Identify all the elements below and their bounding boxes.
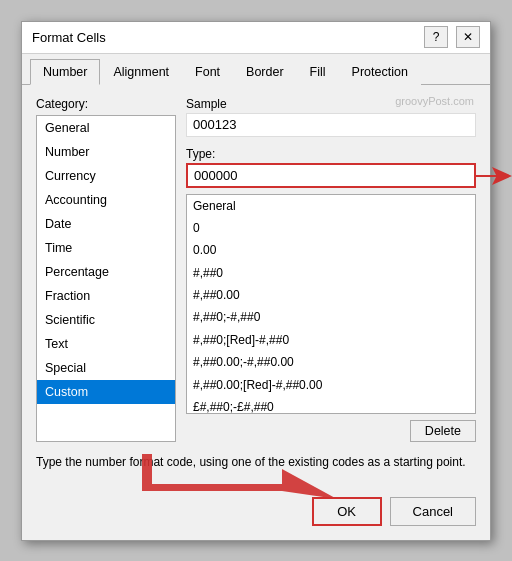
category-list[interactable]: GeneralNumberCurrencyAccountingDateTimeP… — [36, 115, 176, 442]
format-item[interactable]: #,##0 — [187, 262, 475, 284]
format-item[interactable]: #,##0.00;-#,##0.00 — [187, 351, 475, 373]
dialog-title: Format Cells — [32, 30, 106, 45]
category-item[interactable]: Accounting — [37, 188, 175, 212]
close-button[interactable]: ✕ — [456, 26, 480, 48]
tab-border[interactable]: Border — [233, 59, 297, 85]
format-item[interactable]: #,##0.00 — [187, 284, 475, 306]
tab-alignment[interactable]: Alignment — [100, 59, 182, 85]
type-input-wrapper — [186, 163, 476, 188]
tab-number[interactable]: Number — [30, 59, 100, 85]
title-bar-right: ? ✕ — [424, 26, 480, 48]
body-row: Category: GeneralNumberCurrencyAccountin… — [36, 97, 476, 442]
arrow-svg — [474, 165, 512, 187]
footer-buttons: OK Cancel — [312, 497, 476, 526]
category-item[interactable]: Text — [37, 332, 175, 356]
format-item[interactable]: #,##0;-#,##0 — [187, 306, 475, 328]
cancel-button[interactable]: Cancel — [390, 497, 476, 526]
ok-button[interactable]: OK — [312, 497, 382, 526]
dialog-content: Category: GeneralNumberCurrencyAccountin… — [22, 85, 490, 497]
format-item[interactable]: 0.00 — [187, 239, 475, 261]
arrow-indicator — [474, 165, 512, 187]
tab-bar: Number Alignment Font Border Fill Protec… — [22, 54, 490, 85]
type-input[interactable] — [186, 163, 476, 188]
svg-marker-1 — [142, 454, 337, 499]
category-item[interactable]: Fraction — [37, 284, 175, 308]
category-item[interactable]: Scientific — [37, 308, 175, 332]
svg-marker-0 — [474, 167, 512, 185]
format-item[interactable]: £#,##0;-£#,##0 — [187, 396, 475, 413]
format-item[interactable]: General — [187, 195, 475, 217]
delete-row: Delete — [186, 420, 476, 442]
tab-font[interactable]: Font — [182, 59, 233, 85]
left-panel: Category: GeneralNumberCurrencyAccountin… — [36, 97, 176, 442]
format-item[interactable]: 0 — [187, 217, 475, 239]
help-button[interactable]: ? — [424, 26, 448, 48]
tab-fill[interactable]: Fill — [297, 59, 339, 85]
category-item[interactable]: General — [37, 116, 175, 140]
category-item[interactable]: Number — [37, 140, 175, 164]
footer: OK Cancel — [22, 497, 490, 540]
category-item[interactable]: Percentage — [37, 260, 175, 284]
category-item[interactable]: Date — [37, 212, 175, 236]
format-cells-dialog: Format Cells ? ✕ Number Alignment Font B… — [21, 21, 491, 541]
tab-protection[interactable]: Protection — [339, 59, 421, 85]
category-label: Category: — [36, 97, 176, 111]
category-item[interactable]: Special — [37, 356, 175, 380]
format-list[interactable]: General00.00#,##0#,##0.00#,##0;-#,##0#,#… — [186, 194, 476, 414]
title-bar: Format Cells ? ✕ — [22, 22, 490, 54]
category-item[interactable]: Currency — [37, 164, 175, 188]
category-item[interactable]: Time — [37, 236, 175, 260]
format-item[interactable]: #,##0;[Red]-#,##0 — [187, 329, 475, 351]
right-panel: groovyPost.com Sample 000123 Type: Gener… — [186, 97, 476, 442]
type-label: Type: — [186, 147, 476, 161]
category-item[interactable]: Custom — [37, 380, 175, 404]
sample-label: Sample — [186, 97, 476, 111]
delete-button[interactable]: Delete — [410, 420, 476, 442]
format-item[interactable]: #,##0.00;[Red]-#,##0.00 — [187, 374, 475, 396]
sample-value: 000123 — [186, 113, 476, 137]
